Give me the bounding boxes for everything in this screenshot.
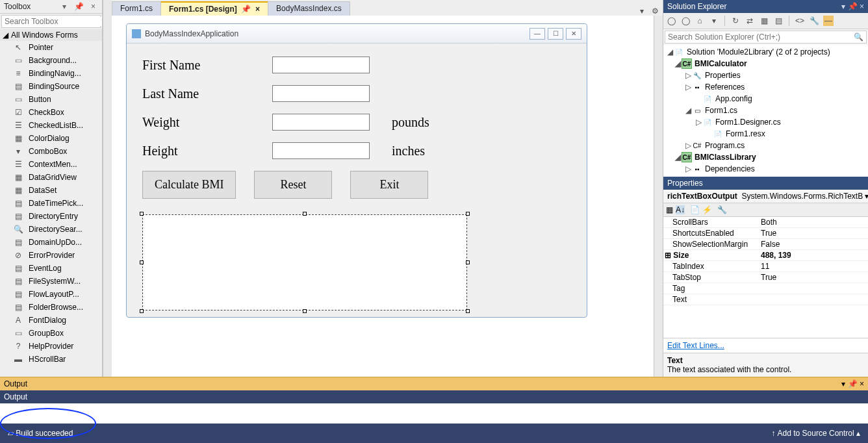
resize-handle[interactable] <box>466 260 470 264</box>
property-value[interactable]: True <box>761 273 868 282</box>
property-row[interactable]: Tag <box>663 283 868 294</box>
alphabetical-icon[interactable]: A↓ <box>676 205 685 214</box>
solution-toolbar[interactable]: ◯ ◯ ⌂ ▾ ↻ ⇄ ▦ ▤ <> 🔧 — <box>663 13 868 29</box>
events-icon[interactable]: ⚡ <box>702 205 712 214</box>
document-tab[interactable]: Form1.cs <box>112 1 161 16</box>
toolbox-item[interactable]: ▭Button <box>0 93 102 106</box>
toolbox-scrollbar[interactable] <box>103 0 112 377</box>
toolbox-item[interactable]: ▾ComboBox <box>0 145 102 158</box>
maximize-button[interactable]: ☐ <box>548 28 563 40</box>
source-control-up-icon[interactable]: ↑ <box>771 429 775 438</box>
toolbox-item[interactable]: ▭GroupBox <box>0 327 102 340</box>
toolbox-item[interactable]: ▦DataGridView <box>0 171 102 184</box>
toolbox-item[interactable]: ?HelpProvider <box>0 340 102 353</box>
toolbox-item[interactable]: ▤FolderBrowse... <box>0 301 102 314</box>
collapse-icon[interactable]: ⇄ <box>745 16 755 26</box>
textbox-height[interactable] <box>272 142 370 159</box>
toolbox-group[interactable]: ◢ All Windows Forms <box>0 29 102 41</box>
back-icon[interactable]: ◯ <box>666 16 676 26</box>
toolbox-item[interactable]: ▬HScrollBar <box>0 353 102 366</box>
toolbox-item[interactable]: ▤DateTimePick... <box>0 197 102 210</box>
toolbox-item[interactable]: ▤FlowLayoutP... <box>0 288 102 301</box>
toolbox-search[interactable]: × <box>1 15 101 28</box>
toolbox-item[interactable]: ☰ContextMen... <box>0 158 102 171</box>
close-button[interactable]: ✕ <box>566 28 581 40</box>
toolbox-item[interactable]: ⊘ErrorProvider <box>0 249 102 262</box>
designer-scrollbar[interactable] <box>654 16 663 377</box>
solution-search[interactable]: 🔍 <box>665 31 867 44</box>
property-value[interactable]: Both <box>761 218 868 227</box>
source-control-dropdown-icon[interactable]: ▴ <box>856 429 860 438</box>
categorized-icon[interactable]: ▦ <box>666 205 673 214</box>
highlight-icon[interactable]: — <box>823 16 834 26</box>
toolbox-item[interactable]: 🔍DirectorySear... <box>0 223 102 236</box>
property-row[interactable]: TabStopTrue <box>663 272 868 283</box>
resize-handle[interactable] <box>140 309 144 313</box>
toolbox-item[interactable]: ▤BindingSource <box>0 80 102 93</box>
design-surface[interactable]: BodyMassIndexApplication — ☐ ✕ First Nam… <box>112 16 663 377</box>
properties-object[interactable]: richTextBoxOutput System.Windows.Forms.R… <box>663 190 868 203</box>
toolbox-item[interactable]: ▤FileSystemW... <box>0 275 102 288</box>
document-tab[interactable]: Form1.cs [Design] 📌 × <box>160 1 268 16</box>
textbox-lastname[interactable] <box>272 85 370 102</box>
toolbox-item[interactable]: ↖Pointer <box>0 41 102 54</box>
toolbox-item[interactable]: ▭Background... <box>0 54 102 67</box>
add-source-control[interactable]: Add to Source Control <box>778 429 854 438</box>
property-value[interactable]: 488, 139 <box>761 251 868 260</box>
output-panel-tab[interactable]: Output <box>0 390 868 403</box>
toolbox-item[interactable]: ☰CheckedListB... <box>0 119 102 132</box>
panel-header-buttons[interactable]: ▾ 📌 × <box>841 2 864 11</box>
edit-text-lines-link[interactable]: Edit Text Lines... <box>663 338 868 353</box>
property-row[interactable]: Text <box>663 294 868 305</box>
tab-dropdown-icon[interactable]: ▾ <box>636 6 648 16</box>
toolbox-item[interactable]: ☑CheckBox <box>0 106 102 119</box>
solution-search-input[interactable] <box>668 32 854 42</box>
toolbox-item[interactable]: ▤DomainUpDo... <box>0 236 102 249</box>
toolbox-item[interactable]: ▦DataSet <box>0 184 102 197</box>
properties-grid[interactable]: ScrollBarsBothShortcutsEnabledTrueShowSe… <box>663 217 868 338</box>
exit-button[interactable]: Exit <box>350 171 428 199</box>
resize-handle[interactable] <box>466 212 470 216</box>
property-value[interactable]: 11 <box>761 262 868 271</box>
textbox-weight[interactable] <box>272 114 370 131</box>
home-icon[interactable]: ⌂ <box>695 16 705 26</box>
preview-icon[interactable]: ▤ <box>773 16 784 26</box>
minimize-button[interactable]: — <box>530 28 545 40</box>
sync-icon[interactable]: ▾ <box>709 16 719 26</box>
toolbox-item[interactable]: AFontDialog <box>0 314 102 327</box>
property-value[interactable] <box>761 284 868 293</box>
toolbox-item[interactable]: ▤EventLog <box>0 262 102 275</box>
panel-header-buttons[interactable]: ▾ 📌 × <box>62 2 98 11</box>
toolbox-search-input[interactable] <box>5 17 102 26</box>
winform[interactable]: BodyMassIndexApplication — ☐ ✕ First Nam… <box>126 23 587 318</box>
property-value[interactable]: False <box>761 240 868 249</box>
tab-settings-icon[interactable]: ⚙ <box>648 6 663 16</box>
property-row[interactable]: ShowSelectionMarginFalse <box>663 239 868 250</box>
wrench-icon[interactable]: 🔧 <box>717 205 727 214</box>
property-value[interactable]: True <box>761 229 868 238</box>
forward-icon[interactable]: ◯ <box>680 16 691 26</box>
code-icon[interactable]: <> <box>795 16 805 26</box>
properties-icon[interactable]: 📄 <box>690 205 700 214</box>
panel-header-buttons[interactable]: ▾ 📌 × <box>841 379 864 388</box>
richtextbox-output[interactable] <box>142 214 467 310</box>
toolbox-item[interactable]: ≡BindingNavig... <box>0 67 102 80</box>
reset-button[interactable]: Reset <box>254 171 332 199</box>
calculate-button[interactable]: Calculate BMI <box>142 171 236 199</box>
showall-icon[interactable]: ▦ <box>759 16 769 26</box>
property-value[interactable] <box>761 295 868 304</box>
resize-handle[interactable] <box>303 212 307 216</box>
search-icon[interactable]: 🔍 <box>854 32 863 42</box>
textbox-firstname[interactable] <box>272 57 370 73</box>
properties-toolbar[interactable]: ▦ A↓ 📄 ⚡ 🔧 <box>663 203 868 217</box>
toolbox-item[interactable]: ▤DirectoryEntry <box>0 210 102 223</box>
resize-handle[interactable] <box>466 309 470 313</box>
document-tab[interactable]: BodyMassIndex.cs <box>268 1 350 16</box>
resize-handle[interactable] <box>140 260 144 264</box>
property-row[interactable]: ⊞ Size488, 139 <box>663 250 868 261</box>
solution-tree[interactable]: ◢📄Solution 'Module2Library' (2 of 2 proj… <box>663 45 868 177</box>
wrench-icon[interactable]: 🔧 <box>809 16 819 26</box>
refresh-icon[interactable]: ↻ <box>730 16 741 26</box>
toolbox-item[interactable]: ▦ColorDialog <box>0 132 102 145</box>
property-row[interactable]: TabIndex11 <box>663 261 868 272</box>
